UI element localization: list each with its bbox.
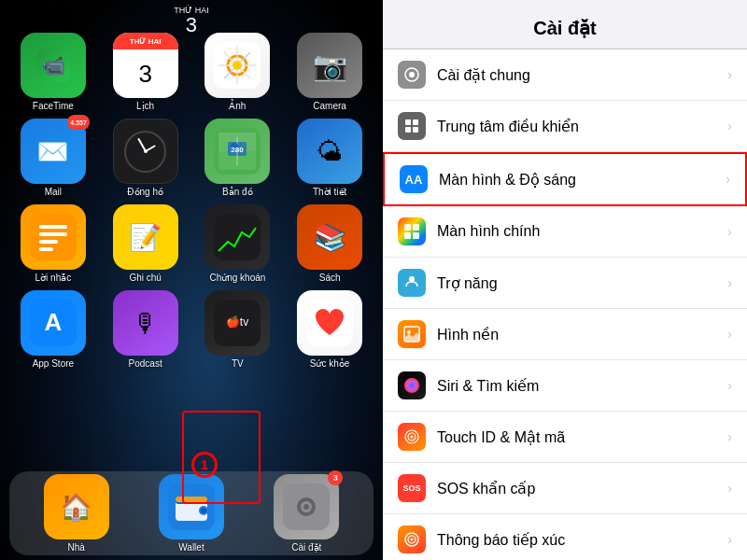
man-hinh-chinh-chevron: › (727, 224, 732, 239)
app-store-icon: A (21, 290, 86, 356)
trung-tam-label: Trung tâm điều khiển (437, 118, 727, 135)
sos-icon: SOS (398, 474, 426, 502)
app-sach[interactable]: 📚 Sách (286, 204, 374, 283)
dock-cai-dat[interactable]: 3 Cài đặt (274, 474, 339, 553)
hinh-nen-chevron: › (727, 327, 732, 342)
app-camera[interactable]: 📷 Camera (286, 33, 374, 111)
settings-panel: Cài đặt Cài đặt chung › Trung tâm điều k… (383, 0, 747, 560)
settings-title: Cài đặt (533, 18, 597, 38)
svg-point-8 (233, 61, 242, 70)
sach-label: Sách (319, 273, 341, 283)
trung-tam-icon (398, 112, 426, 140)
settings-item-man-hinh-chinh[interactable]: Màn hình chính › (383, 206, 747, 258)
svg-text:A: A (44, 308, 62, 336)
podcast-label: Podcast (129, 358, 162, 369)
settings-item-sos[interactable]: SOS SOS khẩn cấp › (383, 463, 747, 514)
app-loi-nhac[interactable]: Lời nhắc (9, 204, 97, 283)
app-grid: 📹 FaceTime THỨ HAI 3 Lịch Ảnh 📷 (0, 28, 383, 373)
camera-label: Camera (313, 101, 346, 111)
loi-nhac-icon (21, 204, 86, 270)
ghi-chu-icon: 📝 (113, 204, 178, 270)
svg-point-55 (411, 539, 414, 541)
settings-item-thong-bao[interactable]: Thông báo tiếp xúc › (383, 514, 747, 560)
app-facetime[interactable]: 📹 FaceTime (9, 33, 97, 111)
man-hinh-chinh-icon (398, 217, 426, 245)
lich-icon: THỨ HAI 3 (113, 33, 178, 98)
svg-point-31 (201, 508, 206, 513)
ban-do-icon: 280 (204, 119, 270, 184)
settings-item-hinh-nen[interactable]: Hình nền › (383, 309, 747, 360)
app-podcast[interactable]: 🎙 Podcast (102, 290, 190, 369)
settings-item-cai-dat-chung[interactable]: Cài đặt chung › (383, 49, 747, 101)
cai-dat-chung-chevron: › (727, 67, 732, 82)
app-chung-khoan[interactable]: Chứng khoán (194, 204, 282, 283)
app-anh[interactable]: Ảnh (194, 33, 282, 111)
facetime-icon: 📹 (21, 33, 86, 98)
app-suc-khoe[interactable]: Sức khỏe (286, 290, 374, 369)
svg-point-35 (303, 504, 309, 510)
app-lich[interactable]: THỨ HAI 3 Lịch (102, 33, 190, 111)
dong-ho-icon (113, 119, 178, 184)
chung-khoan-label: Chứng khoán (209, 273, 265, 283)
app-dong-ho[interactable]: Đồng hồ (102, 119, 190, 197)
app-mail[interactable]: ✉️ 4.557 Mail (9, 119, 97, 197)
settings-item-siri[interactable]: Siri & Tìm kiếm › (383, 360, 747, 412)
svg-rect-15 (30, 214, 77, 260)
siri-icon (398, 371, 426, 399)
facetime-label: FaceTime (33, 101, 74, 111)
anh-label: Ảnh (229, 101, 246, 111)
man-hinh-chinh-label: Màn hình chính (437, 223, 727, 240)
app-ghi-chu[interactable]: 📝 Ghi chú (102, 204, 190, 283)
settings-item-touch-id[interactable]: Touch ID & Mật mã › (383, 412, 747, 463)
thoi-tiet-label: Thời tiết (313, 187, 346, 197)
cai-dat-label: Cài đặt (291, 542, 321, 553)
man-hinh-label: Màn hình & Độ sáng (439, 171, 726, 189)
podcast-icon: 🎙 (113, 290, 178, 356)
lich-label: Lịch (136, 101, 154, 111)
cai-dat-chung-icon (398, 61, 426, 89)
chung-khoan-icon (204, 204, 270, 270)
suc-khoe-label: Sức khỏe (310, 358, 350, 369)
settings-item-trung-tam[interactable]: Trung tâm điều khiển › (383, 101, 747, 152)
apple-tv-icon: 🍎tv (204, 290, 270, 356)
apple-tv-label: TV (232, 358, 244, 369)
camera-icon: 📷 (297, 33, 362, 98)
app-apple-tv[interactable]: 🍎tv TV (194, 290, 282, 369)
settings-item-man-hinh[interactable]: AA Màn hình & Độ sáng › 2 (383, 152, 747, 206)
app-app-store[interactable]: A App Store (9, 290, 97, 369)
trung-tam-chevron: › (727, 119, 732, 133)
app-thoi-tiet[interactable]: 🌤 Thời tiết (286, 119, 374, 197)
tro-nang-chevron: › (727, 275, 732, 290)
wallet-label: Wallet (178, 542, 204, 553)
thoi-tiet-icon: 🌤 (297, 119, 362, 184)
mail-label: Mail (45, 187, 62, 197)
svg-rect-20 (214, 214, 261, 260)
ban-do-label: Bản đồ (222, 187, 253, 197)
touch-id-label: Touch ID & Mật mã (437, 428, 727, 446)
svg-rect-42 (404, 224, 411, 231)
tro-nang-label: Trợ năng (437, 274, 727, 292)
cai-dat-chung-label: Cài đặt chung (437, 66, 727, 84)
touch-id-icon (398, 423, 426, 451)
svg-rect-17 (39, 232, 67, 236)
svg-point-49 (404, 378, 419, 393)
svg-point-37 (409, 72, 415, 77)
settings-item-tro-nang[interactable]: Trợ năng › (383, 258, 747, 309)
touch-id-chevron: › (727, 429, 732, 444)
sos-label: SOS khẩn cấp (437, 480, 727, 497)
svg-rect-19 (39, 247, 53, 251)
man-hinh-icon: AA (400, 165, 428, 193)
svg-rect-43 (413, 224, 419, 231)
suc-khoe-icon (297, 290, 362, 356)
app-ban-do[interactable]: 280 Bản đồ (194, 119, 282, 197)
dong-ho-label: Đồng hồ (127, 187, 163, 197)
svg-rect-45 (413, 232, 419, 239)
svg-rect-41 (413, 127, 418, 133)
settings-list: Cài đặt chung › Trung tâm điều khiển › A… (383, 49, 747, 560)
nha-icon: 🏠 (44, 474, 109, 539)
tro-nang-icon (398, 269, 426, 297)
cai-dat-icon: 3 (274, 474, 339, 539)
siri-chevron: › (727, 378, 732, 393)
dock-nha[interactable]: 🏠 Nhà (44, 474, 109, 553)
siri-label: Siri & Tìm kiếm (437, 377, 727, 395)
